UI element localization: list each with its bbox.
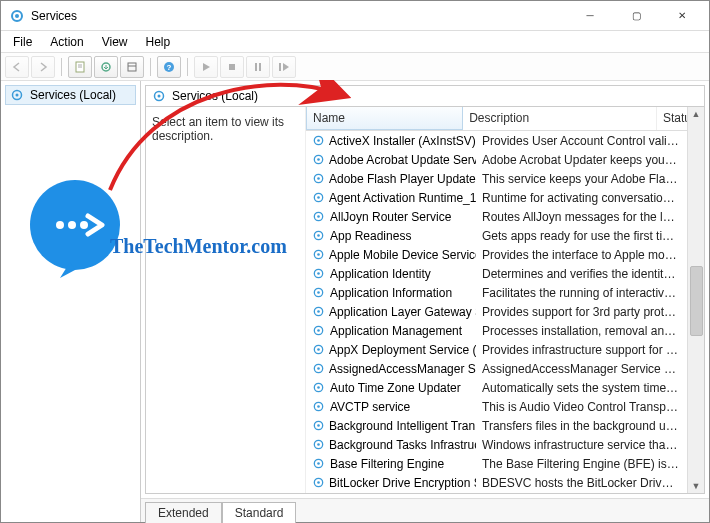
service-name-text: AVCTP service bbox=[330, 400, 410, 414]
svg-point-27 bbox=[317, 196, 320, 199]
service-row[interactable]: Agent Activation Runtime_1…Runtime for a… bbox=[306, 188, 704, 207]
maximize-button[interactable]: ▢ bbox=[613, 1, 659, 31]
service-row[interactable]: Background Tasks Infrastruc…Windows infr… bbox=[306, 435, 704, 454]
export-list-button[interactable] bbox=[94, 56, 118, 78]
svg-point-49 bbox=[317, 405, 320, 408]
tab-extended[interactable]: Extended bbox=[145, 502, 222, 523]
tree-pane: Services (Local) bbox=[1, 81, 141, 522]
service-row[interactable]: Application InformationFacilitates the r… bbox=[306, 283, 704, 302]
restart-service-button[interactable] bbox=[272, 56, 296, 78]
svg-point-43 bbox=[317, 348, 320, 351]
service-desc-cell: The Base Filtering Engine (BFE) is a ser… bbox=[476, 457, 686, 471]
refresh-button[interactable] bbox=[120, 56, 144, 78]
svg-point-29 bbox=[317, 215, 320, 218]
menu-view[interactable]: View bbox=[94, 33, 136, 51]
service-row[interactable]: Application ManagementProcesses installa… bbox=[306, 321, 704, 340]
service-row[interactable]: AppX Deployment Service (A…Provides infr… bbox=[306, 340, 704, 359]
service-desc-cell: Runtime for activating conversational a… bbox=[476, 191, 686, 205]
svg-rect-11 bbox=[229, 64, 235, 70]
tree-services-local[interactable]: Services (Local) bbox=[5, 85, 136, 105]
start-service-button[interactable] bbox=[194, 56, 218, 78]
service-name-cell: Auto Time Zone Updater bbox=[306, 381, 476, 395]
svg-point-19 bbox=[158, 95, 161, 98]
service-name-text: ActiveX Installer (AxInstSV) bbox=[329, 134, 476, 148]
pause-service-button[interactable] bbox=[246, 56, 270, 78]
svg-point-21 bbox=[317, 139, 320, 142]
service-row[interactable]: Application IdentityDetermines and verif… bbox=[306, 264, 704, 283]
services-window: Services ─ ▢ ✕ File Action View Help ? bbox=[0, 0, 710, 523]
gear-icon bbox=[312, 229, 326, 243]
scrollbar-thumb[interactable] bbox=[690, 266, 703, 336]
service-desc-cell: Provides support for 3rd party protocol … bbox=[476, 305, 686, 319]
svg-point-37 bbox=[317, 291, 320, 294]
column-description[interactable]: Description bbox=[463, 107, 657, 130]
service-row[interactable]: AssignedAccessManager Ser…AssignedAccess… bbox=[306, 359, 704, 378]
menubar: File Action View Help bbox=[1, 31, 709, 53]
service-desc-cell: BDESVC hosts the BitLocker Drive Encry… bbox=[476, 476, 686, 490]
service-row[interactable]: AllJoyn Router ServiceRoutes AllJoyn mes… bbox=[306, 207, 704, 226]
main-pane: Services (Local) Select an item to view … bbox=[141, 81, 709, 522]
service-row[interactable]: BitLocker Drive Encryption S…BDESVC host… bbox=[306, 473, 704, 492]
service-name-text: Apple Mobile Device Service bbox=[329, 248, 476, 262]
gear-icon bbox=[312, 134, 325, 148]
service-desc-cell: Provides infrastructure support for depl… bbox=[476, 343, 686, 357]
service-desc-cell: Provides the interface to Apple mobile d… bbox=[476, 248, 686, 262]
service-row[interactable]: Base Filtering EngineThe Base Filtering … bbox=[306, 454, 704, 473]
service-name-text: Background Intelligent Tran… bbox=[329, 419, 476, 433]
service-row[interactable]: Block Level Backup Engine S…The WBENGINE… bbox=[306, 492, 704, 493]
svg-text:?: ? bbox=[167, 63, 172, 72]
service-row[interactable]: Application Layer Gateway S…Provides sup… bbox=[306, 302, 704, 321]
close-button[interactable]: ✕ bbox=[659, 1, 705, 31]
service-row[interactable]: Auto Time Zone UpdaterAutomatically sets… bbox=[306, 378, 704, 397]
gear-icon bbox=[312, 248, 325, 262]
scroll-up-arrow[interactable]: ▲ bbox=[692, 109, 701, 119]
svg-point-39 bbox=[317, 310, 320, 313]
back-button[interactable] bbox=[5, 56, 29, 78]
scroll-down-arrow[interactable]: ▼ bbox=[692, 481, 701, 491]
service-name-text: Agent Activation Runtime_1… bbox=[329, 191, 476, 205]
gear-icon bbox=[312, 324, 326, 338]
panel-heading-label: Services (Local) bbox=[172, 89, 258, 103]
properties-button[interactable] bbox=[68, 56, 92, 78]
service-row[interactable]: Adobe Flash Player Update S…This service… bbox=[306, 169, 704, 188]
service-name-cell: Background Intelligent Tran… bbox=[306, 419, 476, 433]
gear-icon bbox=[312, 343, 325, 357]
menu-help[interactable]: Help bbox=[138, 33, 179, 51]
toolbar-separator bbox=[61, 58, 62, 76]
service-desc-cell: This is Audio Video Control Transport Pr… bbox=[476, 400, 686, 414]
gear-icon bbox=[312, 191, 325, 205]
vertical-scrollbar[interactable]: ▲ ▼ bbox=[687, 107, 704, 493]
service-row[interactable]: Background Intelligent Tran…Transfers fi… bbox=[306, 416, 704, 435]
tab-standard[interactable]: Standard bbox=[222, 502, 297, 523]
service-row[interactable]: App ReadinessGets apps ready for use the… bbox=[306, 226, 704, 245]
service-row[interactable]: ActiveX Installer (AxInstSV)Provides Use… bbox=[306, 131, 704, 150]
menu-action[interactable]: Action bbox=[42, 33, 91, 51]
panel-heading: Services (Local) bbox=[146, 86, 704, 107]
service-row[interactable]: AVCTP serviceThis is Audio Video Control… bbox=[306, 397, 704, 416]
service-desc-cell: This service keeps your Adobe Flash Pla… bbox=[476, 172, 686, 186]
service-name-text: Application Identity bbox=[330, 267, 431, 281]
menu-file[interactable]: File bbox=[5, 33, 40, 51]
service-name-text: Adobe Flash Player Update S… bbox=[329, 172, 476, 186]
service-name-cell: Application Information bbox=[306, 286, 476, 300]
titlebar: Services ─ ▢ ✕ bbox=[1, 1, 709, 31]
column-name[interactable]: Name bbox=[306, 107, 463, 130]
help-button[interactable]: ? bbox=[157, 56, 181, 78]
gear-icon bbox=[312, 267, 326, 281]
list-container: Services (Local) Select an item to view … bbox=[145, 85, 705, 494]
forward-button[interactable] bbox=[31, 56, 55, 78]
service-name-text: Adobe Acrobat Update Servi… bbox=[329, 153, 476, 167]
service-desc-cell: AssignedAccessManager Service suppor… bbox=[476, 362, 686, 376]
svg-point-47 bbox=[317, 386, 320, 389]
minimize-button[interactable]: ─ bbox=[567, 1, 613, 31]
gear-icon bbox=[312, 153, 325, 167]
window-title: Services bbox=[31, 9, 567, 23]
service-row[interactable]: Adobe Acrobat Update Servi…Adobe Acrobat… bbox=[306, 150, 704, 169]
column-headers: Name Description Status bbox=[306, 107, 704, 131]
service-name-cell: AppX Deployment Service (A… bbox=[306, 343, 476, 357]
stop-service-button[interactable] bbox=[220, 56, 244, 78]
service-row[interactable]: Apple Mobile Device ServiceProvides the … bbox=[306, 245, 704, 264]
svg-point-25 bbox=[317, 177, 320, 180]
service-name-cell: Application Layer Gateway S… bbox=[306, 305, 476, 319]
gear-icon bbox=[312, 381, 326, 395]
